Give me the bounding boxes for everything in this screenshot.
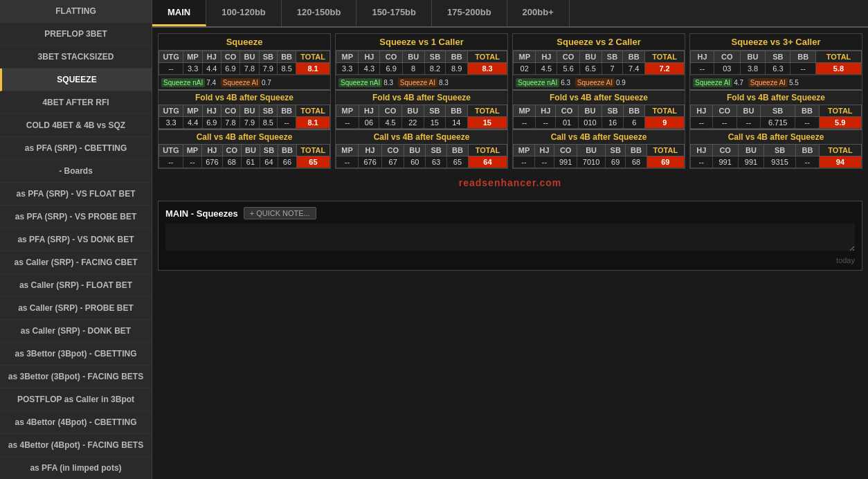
sidebar-item-9[interactable]: as PFA (SRP) - VS PROBE BET bbox=[0, 206, 152, 228]
sidebar-item-5[interactable]: COLD 4BET & 4B vs SQZ bbox=[0, 114, 152, 137]
sidebar-item-10[interactable]: as PFA (SRP) - VS DONK BET bbox=[0, 228, 152, 251]
cth-4: BU bbox=[242, 145, 260, 156]
cth-2: HJ bbox=[202, 145, 222, 156]
sidebar-item-8[interactable]: as PFA (SRP) - VS FLOAT BET bbox=[0, 183, 152, 206]
call-cell-2: 676 bbox=[202, 156, 222, 168]
fold-table-3: HJCOBUSBBBTOTAL------6.715--5.9 bbox=[690, 105, 862, 129]
squeeze-cell-0: -- bbox=[159, 63, 183, 75]
fth-3: BU bbox=[578, 105, 602, 117]
fold-cell-2: 01 bbox=[556, 117, 578, 129]
squeeze-table-3: HJCOBUSBBBTOTAL--033.86.3--5.8 bbox=[690, 51, 862, 75]
th-TOTAL: TOTAL bbox=[468, 51, 507, 63]
th-BB: BB bbox=[446, 51, 468, 63]
fth-6: TOTAL bbox=[467, 105, 507, 117]
sidebar-item-18[interactable]: as 4Bettor (4Bpot) - CBETTING bbox=[0, 411, 152, 434]
call-cell-5: 64 bbox=[260, 156, 278, 168]
sidebar-item-13[interactable]: as Caller (SRP) - PROBE BET bbox=[0, 297, 152, 320]
squeeze-cell-5: 7.4 bbox=[623, 63, 645, 75]
notes-title: MAIN - Squeezes bbox=[165, 208, 238, 219]
squeeze-block-squeeze-main: SqueezeUTGMPHJCOBUSBBBTOTAL--3.34.46.97.… bbox=[158, 33, 331, 169]
sidebar-item-12[interactable]: as Caller (SRP) - FLOAT BET bbox=[0, 274, 152, 297]
sidebar-item-0[interactable]: FLATTING bbox=[0, 0, 152, 23]
notes-input[interactable] bbox=[165, 224, 855, 251]
th-UTG: UTG bbox=[159, 51, 183, 63]
squeeze-cell-5: 8.9 bbox=[446, 63, 468, 75]
call-cell-3: 68 bbox=[222, 156, 241, 168]
fold-cell-4: -- bbox=[795, 117, 819, 129]
squeeze-cell-1: 4.3 bbox=[359, 63, 380, 75]
cth-6: TOTAL bbox=[647, 145, 684, 156]
fold-cell-1: -- bbox=[712, 117, 736, 129]
tab-100-120bb[interactable]: 100-120bb bbox=[206, 0, 282, 26]
sidebar-item-7[interactable]: - Boards bbox=[0, 160, 152, 183]
cth-1: HJ bbox=[358, 145, 381, 156]
sidebar-item-11[interactable]: as Caller (SRP) - FACING CBET bbox=[0, 251, 152, 274]
th-CO: CO bbox=[380, 51, 402, 63]
quick-note-button[interactable]: + QUICK NOTE... bbox=[244, 207, 316, 219]
sidebar-item-2[interactable]: 3BET STACKSIZED bbox=[0, 46, 152, 69]
fold-cell-5: 6 bbox=[623, 117, 644, 129]
sidebar-item-6[interactable]: as PFA (SRP) - CBETTING bbox=[0, 137, 152, 160]
cth-4: SB bbox=[605, 145, 626, 156]
cth-2: BU bbox=[738, 145, 763, 156]
cth-5: BB bbox=[626, 145, 647, 156]
sidebar-item-20[interactable]: as PFA (in limped pots) bbox=[0, 457, 152, 479]
th-HJ: HJ bbox=[359, 51, 380, 63]
fold-table-0: UTGMPHJCOBUSBBBTOTAL3.34.46.97.87.98.5--… bbox=[159, 105, 330, 129]
fth-4: SB bbox=[424, 105, 445, 117]
cth-5: SB bbox=[260, 145, 278, 156]
squeeze-cell-1: 3.3 bbox=[183, 63, 203, 75]
squeeze-block-squeeze-3caller: Squeeze vs 3+ CallerHJCOBUSBBBTOTAL--033… bbox=[689, 33, 862, 169]
call-title-1: Call vs 4B after Squeeze bbox=[336, 129, 507, 144]
fth-1: HJ bbox=[536, 105, 556, 117]
notes-area: MAIN - Squeezes + QUICK NOTE... today bbox=[158, 201, 862, 271]
sidebar-item-1[interactable]: PREFLOP 3BET bbox=[0, 23, 152, 46]
fold-table-1: MPHJCOBUSBBBTOTAL--064.522151415 bbox=[336, 105, 507, 129]
fold-cell-4: 7.9 bbox=[240, 117, 259, 129]
fth-0: MP bbox=[336, 105, 359, 117]
squeeze-cell-6: 8.5 bbox=[278, 63, 296, 75]
tab-150-175bb[interactable]: 150-175bb bbox=[356, 0, 432, 26]
fold-cell-5: 14 bbox=[445, 117, 467, 129]
tab-200bb-[interactable]: 200bb+ bbox=[507, 0, 570, 26]
fth-7: TOTAL bbox=[296, 105, 330, 117]
squeeze-cell-1: 4.5 bbox=[536, 63, 557, 75]
tab-main[interactable]: MAIN bbox=[152, 0, 206, 26]
squeeze-cell-7: 8.1 bbox=[296, 63, 330, 75]
sidebar-item-19[interactable]: as 4Bettor (4Bpot) - FACING BETS bbox=[0, 434, 152, 457]
sidebar-item-17[interactable]: POSTFLOP as Caller in 3Bpot bbox=[0, 388, 152, 411]
fold-cell-0: 3.3 bbox=[159, 117, 183, 129]
squeeze-cell-4: 7.8 bbox=[240, 63, 259, 75]
sidebar-item-14[interactable]: as Caller (SRP) - DONK BET bbox=[0, 320, 152, 343]
squeeze-sub-row-2: Squeeze nAI6.3 Squeeze AI0.9 bbox=[513, 75, 685, 89]
call-table-1: MPHJCOBUSBBBTOTAL--6766760636564 bbox=[336, 144, 507, 168]
call-cell-2: 67 bbox=[382, 156, 404, 168]
ai-label-0: Squeeze AI bbox=[221, 78, 260, 87]
fold-cell-0: -- bbox=[691, 117, 713, 129]
tab-120-150bb[interactable]: 120-150bb bbox=[282, 0, 357, 26]
tab-175-200bb[interactable]: 175-200bb bbox=[432, 0, 507, 26]
fold-cell-5: 5.9 bbox=[819, 117, 861, 129]
squeeze-cell-5: 5.8 bbox=[816, 63, 862, 75]
squeeze-cell-2: 4.4 bbox=[203, 63, 221, 75]
squeeze-cell-4: 7 bbox=[602, 63, 623, 75]
sidebar-item-3[interactable]: SQUEEZE bbox=[0, 69, 152, 91]
squeeze-cell-3: 6.3 bbox=[766, 63, 790, 75]
fold-cell-7: 8.1 bbox=[296, 117, 330, 129]
fold-cell-5: 8.5 bbox=[259, 117, 278, 129]
cth-4: SB bbox=[426, 145, 446, 156]
squeeze-cell-0: 02 bbox=[514, 63, 536, 75]
cth-0: UTG bbox=[159, 145, 183, 156]
fold-table-2: MPHJCOBUSBBBTOTAL----010101669 bbox=[513, 105, 685, 129]
sidebar-item-15[interactable]: as 3Bettor (3Bpot) - CBETTING bbox=[0, 343, 152, 365]
call-title-3: Call vs 4B after Squeeze bbox=[690, 129, 862, 144]
sidebar-item-16[interactable]: as 3Bettor (3Bpot) - FACING BETS bbox=[0, 365, 152, 388]
th-BB: BB bbox=[623, 51, 645, 63]
fold-cell-6: 9 bbox=[645, 117, 685, 129]
sidebar: FLATTINGPREFLOP 3BET3BET STACKSIZEDSQUEE… bbox=[0, 0, 152, 479]
fth-2: HJ bbox=[203, 105, 221, 117]
sidebar-item-4[interactable]: 4BET AFTER RFI bbox=[0, 91, 152, 114]
call-cell-6: 66 bbox=[278, 156, 297, 168]
th-BB: BB bbox=[790, 51, 816, 63]
call-cell-3: 7010 bbox=[577, 156, 606, 168]
